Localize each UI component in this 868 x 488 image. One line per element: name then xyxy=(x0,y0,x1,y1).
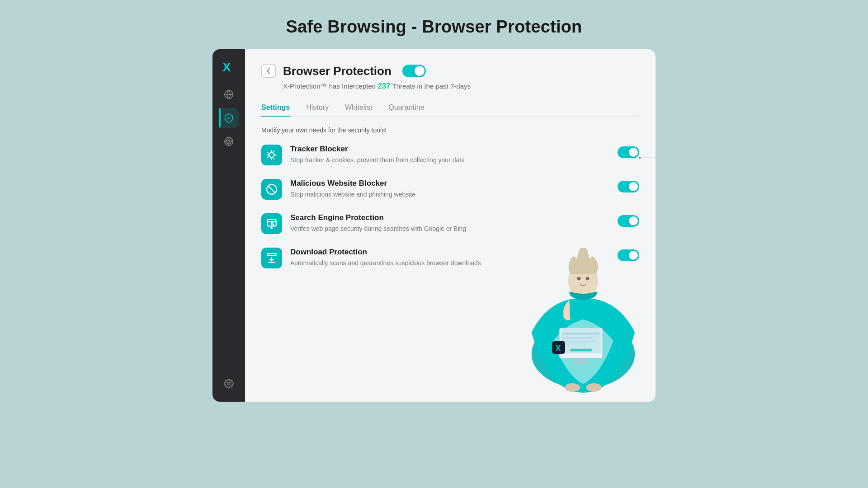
panel-title: Browser Protection xyxy=(283,64,392,78)
svg-rect-36 xyxy=(574,362,588,364)
svg-point-38 xyxy=(577,277,581,281)
malicious-blocker-desc: Stop malicious website and phishing webs… xyxy=(290,190,609,199)
sidebar-item-shield[interactable] xyxy=(219,108,239,128)
svg-point-5 xyxy=(228,141,230,142)
tracker-blocker-title: Tracker Blocker xyxy=(290,145,609,154)
threat-number: 237 xyxy=(377,82,390,90)
mascot-illustration: X xyxy=(520,212,646,393)
tracker-toggle-switch[interactable] xyxy=(618,146,639,158)
tracker-blocker-desc: Stop tracker & cookies, prevent them fro… xyxy=(290,155,609,165)
malicious-blocker-icon xyxy=(261,179,282,200)
annotation-container: Feature Toggle xyxy=(639,152,656,163)
page-title: Safe Browsing - Browser Protection xyxy=(286,17,582,37)
feature-row-malicious: Malicious Website Blocker Stop malicious… xyxy=(261,179,639,200)
main-protection-toggle[interactable] xyxy=(402,65,426,77)
content-panel: Browser Protection X-Protection™ has Int… xyxy=(245,49,656,402)
malicious-toggle-switch[interactable] xyxy=(618,181,639,192)
tab-quarantine[interactable]: Quarantine xyxy=(388,103,424,116)
svg-text:X: X xyxy=(556,343,561,352)
svg-rect-35 xyxy=(578,358,584,363)
download-protection-icon xyxy=(261,248,282,268)
sidebar-item-target[interactable] xyxy=(219,131,239,151)
tab-whitelist[interactable]: Whitelist xyxy=(345,103,372,116)
app-logo[interactable]: X xyxy=(219,57,238,76)
settings-description: Modify your own needs for the security t… xyxy=(261,127,639,134)
annotation-line xyxy=(641,158,656,158)
svg-point-10 xyxy=(227,382,230,385)
tabs-bar: Settings History Whitelist Quarantine xyxy=(261,103,639,117)
tab-history[interactable]: History xyxy=(306,103,329,116)
tracker-blocker-info: Tracker Blocker Stop tracker & cookies, … xyxy=(290,145,609,165)
svg-line-23 xyxy=(273,225,274,225)
panel-header: Browser Protection xyxy=(261,64,639,78)
threat-suffix: Threats in the past 7-days xyxy=(391,82,471,90)
svg-point-39 xyxy=(586,277,590,281)
malicious-blocker-info: Malicious Website Blocker Stop malicious… xyxy=(290,179,609,199)
svg-point-22 xyxy=(271,223,273,225)
threat-prefix: X-Protection™ has Intercepted xyxy=(283,82,377,90)
feature-row-tracker: Tracker Blocker Stop tracker & cookies, … xyxy=(261,145,639,165)
search-engine-icon xyxy=(261,213,282,234)
svg-line-17 xyxy=(268,186,275,192)
sidebar-item-settings[interactable] xyxy=(219,374,239,394)
active-indicator xyxy=(219,108,221,128)
back-button[interactable] xyxy=(261,64,276,78)
svg-rect-24 xyxy=(267,253,276,255)
tracker-blocker-icon xyxy=(261,145,282,165)
svg-text:X: X xyxy=(222,60,231,74)
svg-point-42 xyxy=(565,383,580,392)
threat-count-text: X-Protection™ has Intercepted 237 Threat… xyxy=(283,82,639,91)
svg-point-43 xyxy=(586,383,602,392)
svg-point-4 xyxy=(226,139,231,144)
sidebar-item-globe[interactable] xyxy=(219,84,239,104)
svg-point-11 xyxy=(269,153,274,158)
malicious-blocker-toggle[interactable] xyxy=(618,181,639,192)
sidebar: X xyxy=(212,49,245,402)
tab-settings[interactable]: Settings xyxy=(261,103,290,116)
svg-rect-34 xyxy=(570,349,592,352)
tracker-blocker-toggle[interactable]: Feature Toggle xyxy=(618,146,639,158)
main-layout: X xyxy=(212,49,656,402)
malicious-blocker-title: Malicious Website Blocker xyxy=(290,179,609,188)
